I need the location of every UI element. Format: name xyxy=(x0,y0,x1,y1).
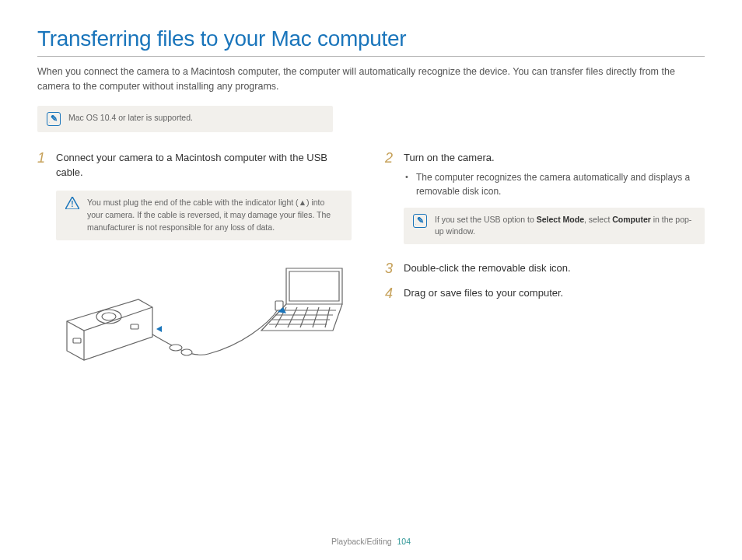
intro-text: When you connect the camera to a Macinto… xyxy=(37,65,705,95)
svg-rect-4 xyxy=(131,324,138,329)
step-number: 2 xyxy=(385,151,396,198)
page-footer: Playback/Editing 104 xyxy=(0,537,742,546)
svg-rect-5 xyxy=(73,338,81,343)
step-text: Connect your camera to a Macintosh compu… xyxy=(56,151,357,180)
connection-diagram xyxy=(53,261,357,396)
svg-point-7 xyxy=(181,349,192,355)
cable-warning-note: ! You must plug the end of the cable wit… xyxy=(56,191,352,240)
step-text: Double-click the removable disk icon. xyxy=(404,261,571,277)
step-text: Turn on the camera. xyxy=(404,151,705,166)
footer-section: Playback/Editing xyxy=(331,537,392,546)
triangle-up-icon: ▲ xyxy=(299,198,306,207)
usb-mode-note: ✎ If you set the USB option to Select Mo… xyxy=(404,208,705,245)
step-number: 4 xyxy=(385,286,396,302)
bullet-text: The computer recognizes the camera autom… xyxy=(416,170,705,198)
svg-marker-9 xyxy=(156,326,162,332)
step-4: 4 Drag or save files to your computer. xyxy=(385,286,705,302)
left-column: 1 Connect your camera to a Macintosh com… xyxy=(37,151,357,396)
svg-point-2 xyxy=(96,310,121,324)
footer-page-number: 104 xyxy=(397,537,411,546)
usb-mode-text: If you set the USB option to Select Mode… xyxy=(435,214,695,239)
step-text: Drag or save files to your computer. xyxy=(404,286,563,302)
step-2: 2 Turn on the camera. • The computer rec… xyxy=(385,151,705,198)
step-number: 3 xyxy=(385,261,396,277)
note-icon: ✎ xyxy=(413,214,427,228)
svg-point-6 xyxy=(170,345,182,351)
svg-text:!: ! xyxy=(71,200,73,208)
os-support-note: ✎ Mac OS 10.4 or later is supported. xyxy=(37,106,333,132)
svg-point-3 xyxy=(102,313,116,320)
note-icon: ✎ xyxy=(47,112,61,126)
bullet-icon: • xyxy=(405,170,410,198)
page-title: Transferring files to your Mac computer xyxy=(37,26,705,57)
step-3: 3 Double-click the removable disk icon. xyxy=(385,261,705,277)
right-column: 2 Turn on the camera. • The computer rec… xyxy=(385,151,705,396)
cable-warning-text: You must plug the end of the cable with … xyxy=(87,197,342,233)
os-support-text: Mac OS 10.4 or later is supported. xyxy=(68,112,193,124)
step-1: 1 Connect your camera to a Macintosh com… xyxy=(37,151,357,180)
step-number: 1 xyxy=(37,151,48,180)
warning-icon: ! xyxy=(65,197,79,212)
